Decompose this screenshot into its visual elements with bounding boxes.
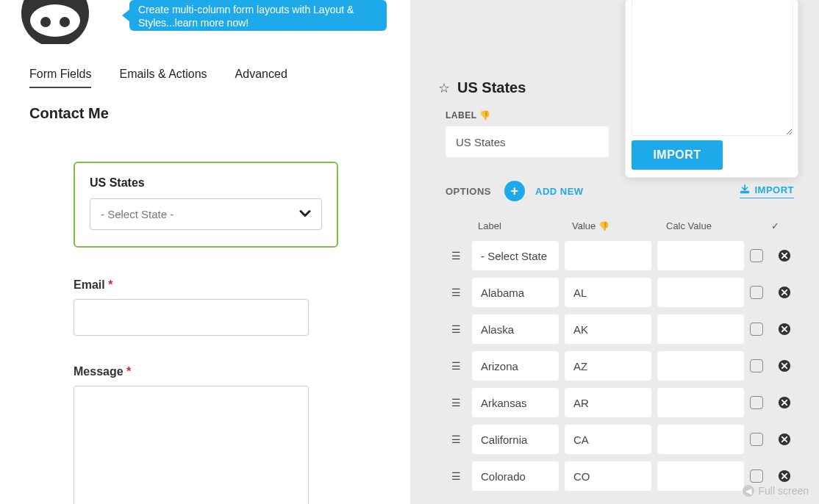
option-default-checkbox[interactable] [750, 323, 763, 336]
field-label-message: Message * [74, 365, 338, 378]
delete-option-button[interactable] [775, 396, 794, 409]
star-icon[interactable]: ☆ [438, 80, 450, 96]
option-label-input[interactable] [472, 241, 559, 270]
option-label-input[interactable] [472, 351, 559, 381]
import-button[interactable]: IMPORT [632, 140, 723, 170]
import-icon [740, 184, 750, 196]
delete-option-button[interactable] [775, 359, 794, 372]
option-value-input[interactable] [565, 278, 651, 307]
col-default-check: ✓ [760, 220, 790, 231]
option-row: ☰ [446, 278, 795, 307]
options-rows: ☰☰☰☰☰☰☰ [446, 241, 795, 504]
drag-handle-icon[interactable]: ☰ [446, 397, 466, 408]
option-value-input[interactable] [565, 351, 651, 381]
drag-handle-icon[interactable]: ☰ [446, 360, 466, 372]
option-value-input[interactable] [565, 314, 651, 344]
option-row: ☰ [446, 241, 795, 270]
delete-option-button[interactable] [775, 249, 794, 262]
option-calc-input[interactable] [657, 425, 744, 454]
add-option-button[interactable]: + [504, 181, 525, 201]
promo-text: Create multi-column form layouts with La… [138, 4, 354, 29]
drag-handle-icon[interactable]: ☰ [446, 287, 466, 298]
option-calc-input[interactable] [657, 388, 744, 417]
option-calc-input[interactable] [657, 241, 744, 270]
select-placeholder: - Select State - [101, 208, 174, 220]
required-mark: * [126, 365, 131, 378]
field-us-states[interactable]: US States - Select State - [74, 162, 338, 248]
message-textarea[interactable] [74, 386, 309, 504]
drag-handle-icon[interactable]: ☰ [446, 470, 466, 482]
field-settings-panel: ☆ US States LABEL 👎 R IMPORT OPTIONS + A… [410, 0, 819, 504]
settings-title: US States [457, 79, 526, 96]
option-default-checkbox[interactable] [750, 359, 763, 372]
option-calc-input[interactable] [657, 278, 744, 307]
option-label-input[interactable] [472, 388, 559, 417]
promo-arrow [122, 10, 129, 21]
options-caption: OPTIONS [446, 186, 491, 197]
delete-option-button[interactable] [775, 433, 794, 446]
drag-handle-icon[interactable]: ☰ [446, 433, 466, 445]
plus-icon: + [511, 184, 519, 199]
tab-advanced[interactable]: Advanced [235, 68, 287, 88]
option-calc-input[interactable] [657, 314, 744, 344]
form-title: Contact Me [29, 105, 109, 122]
email-input[interactable] [74, 299, 309, 336]
option-value-input[interactable] [565, 241, 651, 270]
add-new-link[interactable]: ADD NEW [535, 186, 584, 197]
field-message[interactable]: Message * [74, 365, 338, 504]
option-default-checkbox[interactable] [750, 286, 763, 299]
form-builder-panel: Create multi-column form layouts with La… [0, 0, 410, 504]
us-states-select[interactable]: - Select State - [90, 198, 322, 230]
option-row: ☰ [446, 461, 795, 491]
form-fields-list: US States - Select State - Email * Messa… [74, 162, 338, 504]
svg-point-1 [30, 4, 80, 37]
option-default-checkbox[interactable] [750, 469, 763, 483]
option-label-input[interactable] [472, 314, 559, 344]
drag-handle-icon[interactable]: ☰ [446, 250, 466, 262]
option-calc-input[interactable] [657, 461, 744, 491]
tab-form-fields[interactable]: Form Fields [29, 68, 91, 88]
ninja-logo [15, 0, 96, 44]
option-default-checkbox[interactable] [750, 249, 763, 262]
thumbs-down-icon[interactable]: 👎 [479, 110, 491, 120]
delete-option-button[interactable] [775, 323, 794, 336]
builder-tabs: Form Fields Emails & Actions Advanced [29, 68, 287, 88]
option-row: ☰ [446, 351, 795, 381]
option-default-checkbox[interactable] [750, 433, 763, 446]
option-value-input[interactable] [565, 461, 651, 491]
option-label-input[interactable] [472, 461, 559, 491]
field-label-input[interactable] [446, 126, 609, 157]
col-label: Label [478, 220, 566, 231]
col-calc: Calc Value [666, 220, 754, 231]
delete-option-button[interactable] [775, 286, 794, 299]
delete-option-button[interactable] [775, 469, 794, 483]
promo-tooltip[interactable]: Create multi-column form layouts with La… [129, 0, 387, 31]
chevron-down-icon [299, 207, 311, 221]
option-default-checkbox[interactable] [750, 396, 763, 409]
field-label-us-states: US States [90, 176, 322, 190]
import-link[interactable]: IMPORT [740, 184, 794, 198]
option-calc-input[interactable] [657, 351, 744, 381]
tab-emails-actions[interactable]: Emails & Actions [119, 68, 207, 88]
option-value-input[interactable] [565, 388, 651, 417]
option-row: ☰ [446, 314, 795, 344]
option-row: ☰ [446, 388, 795, 417]
settings-header: ☆ US States [438, 79, 526, 96]
options-table-header: Label Value 👎 Calc Value ✓ [478, 220, 787, 231]
import-textarea[interactable] [632, 0, 793, 136]
svg-point-2 [40, 17, 51, 27]
drag-handle-icon[interactable]: ☰ [446, 323, 466, 335]
label-caption: LABEL 👎 [446, 110, 491, 120]
option-value-input[interactable] [565, 425, 651, 454]
option-row: ☰ [446, 425, 795, 454]
required-mark: * [108, 278, 112, 291]
col-value: Value 👎 [572, 220, 660, 231]
field-label-email: Email * [74, 278, 338, 292]
settings-label-row: LABEL 👎 R [446, 110, 645, 120]
options-bar: OPTIONS + ADD NEW IMPORT [446, 181, 794, 202]
thumbs-down-icon[interactable]: 👎 [598, 221, 609, 231]
option-label-input[interactable] [472, 278, 559, 307]
field-email[interactable]: Email * [74, 278, 338, 336]
option-label-input[interactable] [472, 425, 559, 454]
import-popover: IMPORT [625, 0, 798, 178]
